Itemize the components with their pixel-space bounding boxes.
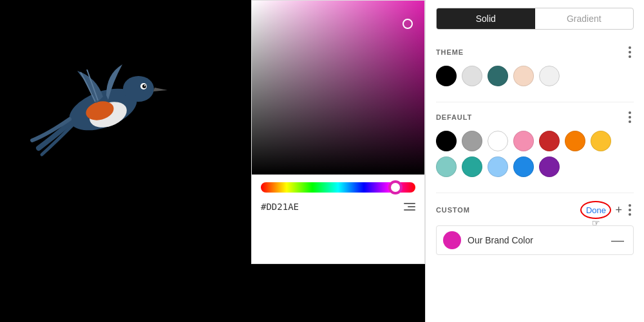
remove-custom-color-button[interactable]: —: [609, 234, 627, 247]
gradient-mode-button[interactable]: Gradient: [535, 8, 634, 29]
swatch-orange-default[interactable]: [565, 131, 585, 151]
swatch-black-theme[interactable]: [436, 66, 457, 86]
divider-2: [436, 193, 634, 193]
sliders-icon[interactable]: [404, 203, 415, 211]
swatch-peach-theme[interactable]: [513, 66, 534, 86]
custom-header: CUSTOM Done +: [436, 201, 634, 219]
svg-point-6: [144, 85, 146, 86]
custom-actions: Done +: [580, 201, 634, 219]
theme-section-header: THEME: [436, 45, 634, 59]
theme-more-icon[interactable]: [626, 45, 634, 59]
swatch-lightgray-theme[interactable]: [462, 66, 482, 86]
default-label: DEFAULT: [436, 113, 472, 121]
color-picker: #DD21AE: [251, 0, 425, 264]
custom-color-left: Our Brand Color: [443, 231, 533, 249]
swatch-whitegray-theme[interactable]: [539, 66, 560, 86]
swatch-teal-theme[interactable]: [488, 66, 508, 86]
default-more-icon[interactable]: [626, 110, 634, 124]
theme-swatches: [436, 66, 634, 86]
default-swatches: [436, 131, 634, 177]
swatch-pink-default[interactable]: [513, 131, 534, 151]
custom-more-icon[interactable]: [626, 203, 634, 217]
mode-toggle: Solid Gradient: [436, 8, 634, 30]
right-panel: Solid Gradient THEME DEFAULT: [425, 0, 644, 322]
custom-label: CUSTOM: [436, 206, 470, 214]
hue-slider[interactable]: [261, 182, 415, 193]
swatch-teallight-default[interactable]: [436, 156, 457, 177]
swatch-purple-default[interactable]: [539, 156, 560, 177]
custom-section: CUSTOM Done + Our Brand Color —: [436, 201, 634, 255]
swatch-white-default[interactable]: [488, 131, 508, 151]
swatch-gray-default[interactable]: [462, 131, 482, 151]
svg-point-3: [123, 76, 154, 102]
swatch-red-default[interactable]: [539, 131, 560, 151]
swatch-bluelight-default[interactable]: [488, 156, 508, 177]
default-section-header: DEFAULT: [436, 110, 634, 124]
custom-color-swatch[interactable]: [443, 231, 461, 249]
image-panel: #DD21AE: [0, 0, 425, 322]
picker-cursor[interactable]: [402, 19, 413, 29]
color-gradient-canvas[interactable]: [252, 1, 424, 175]
swatch-blue-default[interactable]: [513, 156, 534, 177]
done-button[interactable]: Done: [580, 201, 611, 219]
custom-color-name: Our Brand Color: [468, 235, 533, 245]
custom-color-item: Our Brand Color —: [436, 225, 634, 255]
swatch-teal-default[interactable]: [462, 156, 482, 177]
hue-thumb[interactable]: [390, 182, 401, 193]
swatch-black-default[interactable]: [436, 131, 457, 151]
theme-label: THEME: [436, 48, 464, 56]
swatch-yellow-default[interactable]: [591, 131, 611, 151]
add-custom-color-button[interactable]: +: [615, 204, 622, 216]
divider-1: [436, 102, 634, 102]
hex-value: #DD21AE: [261, 202, 299, 212]
svg-point-5: [142, 84, 146, 88]
solid-mode-button[interactable]: Solid: [437, 8, 535, 29]
svg-marker-7: [153, 88, 167, 91]
